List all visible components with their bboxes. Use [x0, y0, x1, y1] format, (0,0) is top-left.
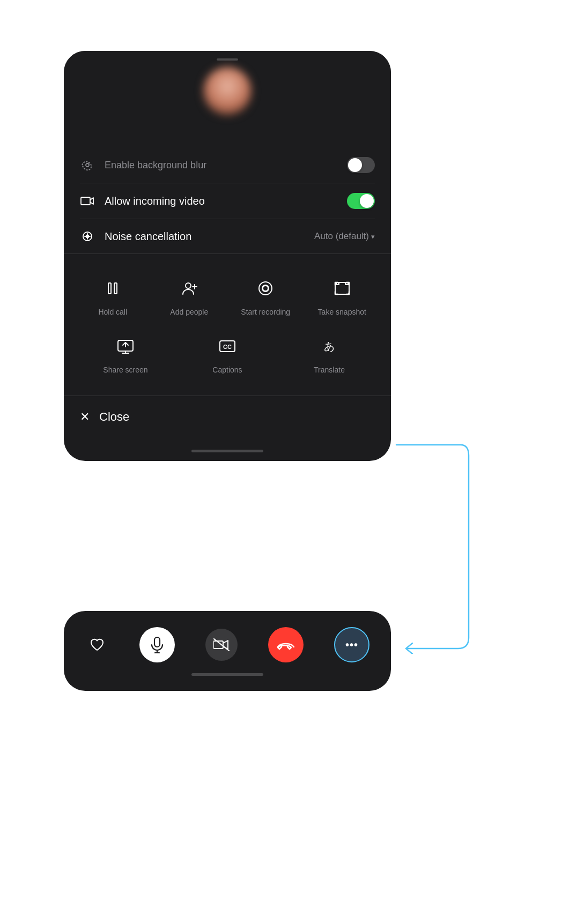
drag-handle[interactable]	[217, 58, 238, 61]
home-indicator	[64, 444, 391, 461]
options-panel: Enable background blur Allow incoming vi…	[64, 51, 391, 461]
end-call-button[interactable]	[268, 627, 304, 662]
call-bar: •••	[64, 611, 391, 691]
favorite-button[interactable]	[85, 633, 109, 657]
take-snapshot-label: Take snapshot	[318, 308, 366, 316]
captions-label: Captions	[212, 366, 242, 374]
video-camera-icon	[80, 193, 95, 208]
hold-call-button[interactable]: Hold call	[75, 269, 151, 322]
background-blur-row: Enable background blur	[80, 147, 375, 183]
call-controls: •••	[85, 627, 369, 662]
captions-button[interactable]: CC Captions	[176, 327, 278, 379]
more-dots-label: •••	[345, 639, 358, 651]
noise-cancellation-label: Noise cancellation	[105, 230, 314, 243]
settings-section: Enable background blur Allow incoming vi…	[64, 147, 391, 254]
share-screen-label: Share screen	[103, 366, 147, 374]
translate-button[interactable]: あ Translate	[278, 327, 380, 379]
noise-icon	[80, 229, 95, 244]
background-blur-toggle[interactable]	[347, 157, 375, 173]
home-bar	[191, 450, 263, 452]
start-recording-label: Start recording	[241, 308, 290, 316]
add-people-label: Add people	[170, 308, 208, 316]
close-x-icon: ✕	[80, 410, 90, 424]
incoming-video-toggle[interactable]	[347, 193, 375, 209]
svg-text:あ: あ	[324, 340, 335, 352]
translate-label: Translate	[314, 366, 345, 374]
svg-point-15	[263, 286, 268, 290]
svg-point-10	[186, 283, 191, 288]
actions-row-2: Share screen CC Captions あ	[75, 327, 380, 379]
call-home-indicator	[85, 662, 369, 680]
close-label: Close	[99, 410, 129, 424]
svg-rect-9	[114, 283, 117, 294]
actions-row-1: Hold call Add people	[75, 269, 380, 322]
svg-point-0	[86, 163, 89, 167]
close-button[interactable]: ✕ Close	[80, 400, 375, 434]
svg-rect-1	[81, 197, 90, 205]
noise-cancellation-row: Noise cancellation Auto (default) ▾	[80, 219, 375, 254]
mute-button[interactable]	[139, 627, 175, 662]
actions-section: Hold call Add people	[64, 254, 391, 396]
svg-text:CC: CC	[223, 344, 232, 350]
hold-call-label: Hold call	[98, 308, 127, 316]
more-options-button[interactable]: •••	[334, 627, 369, 662]
background-blur-label: Enable background blur	[105, 160, 347, 171]
avatar-section	[64, 51, 391, 147]
blur-icon	[80, 158, 95, 173]
start-recording-button[interactable]: Start recording	[227, 269, 304, 322]
svg-rect-8	[108, 283, 111, 294]
video-button[interactable]	[205, 629, 238, 661]
incoming-video-label: Allow incoming video	[105, 195, 347, 207]
share-screen-button[interactable]: Share screen	[75, 327, 176, 379]
close-section: ✕ Close	[64, 396, 391, 444]
svg-rect-26	[154, 637, 160, 647]
add-people-button[interactable]: Add people	[151, 269, 228, 322]
incoming-video-row: Allow incoming video	[80, 183, 375, 219]
arrow-connector	[391, 429, 477, 654]
chevron-down-icon: ▾	[371, 233, 375, 241]
call-home-bar	[191, 673, 263, 676]
svg-point-7	[86, 235, 89, 238]
take-snapshot-button[interactable]: Take snapshot	[304, 269, 381, 322]
avatar	[203, 67, 252, 115]
noise-value[interactable]: Auto (default) ▾	[314, 231, 375, 242]
